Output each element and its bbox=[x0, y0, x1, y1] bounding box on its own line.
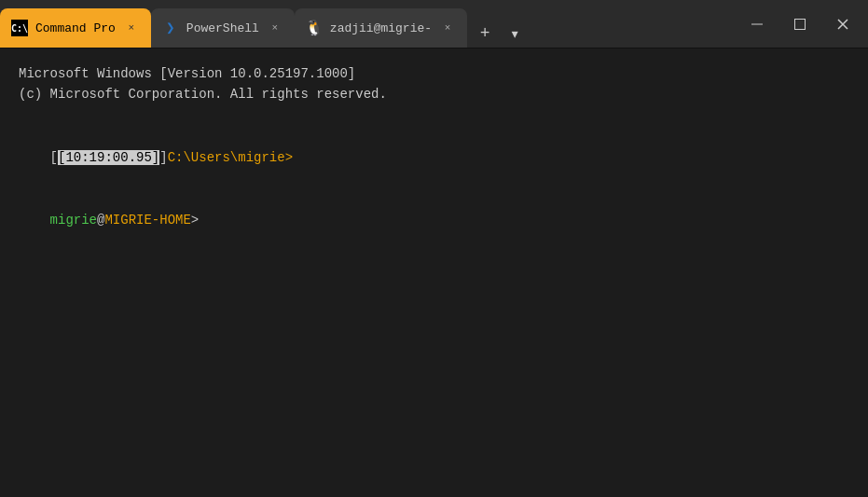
titlebar: C:\ Command Pro × ❯ PowerShell × 🐧 zadji… bbox=[0, 0, 868, 48]
tab-dropdown-button[interactable]: ▾ bbox=[501, 20, 529, 48]
tabs-area: C:\ Command Pro × ❯ PowerShell × 🐧 zadji… bbox=[0, 0, 732, 48]
svg-rect-0 bbox=[751, 23, 763, 24]
close-icon bbox=[837, 19, 848, 30]
terminal-prompt-1: [[10:19:00.95]]C:\Users\migrie> bbox=[19, 126, 849, 188]
prompt-time: [10:19:00.95] bbox=[58, 150, 159, 165]
tab-command-pro-close[interactable]: × bbox=[123, 20, 140, 36]
prompt-path: C:\Users\migrie bbox=[168, 150, 285, 165]
terminal-line-1: Microsoft Windows [Version 10.0.25197.10… bbox=[19, 63, 849, 84]
tab-actions: + ▾ bbox=[467, 20, 532, 48]
terminal-line-2: (c) Microsoft Corporation. All rights re… bbox=[19, 84, 849, 104]
close-button[interactable] bbox=[821, 0, 864, 48]
svg-rect-1 bbox=[795, 19, 806, 29]
terminal-prompt-2: migrie@MIGRIE-HOME> bbox=[19, 188, 849, 251]
tab-command-pro-label: Command Pro bbox=[35, 21, 116, 35]
maximize-icon bbox=[794, 19, 806, 30]
window-controls bbox=[732, 0, 868, 48]
maximize-button[interactable] bbox=[778, 0, 821, 48]
tab-powershell-close[interactable]: × bbox=[267, 20, 283, 36]
terminal-area[interactable]: Microsoft Windows [Version 10.0.25197.10… bbox=[0, 48, 868, 497]
prompt-host: MIGRIE-HOME bbox=[104, 213, 190, 228]
tab-linux-label: zadjii@migrie- bbox=[330, 21, 432, 35]
tab-command-pro[interactable]: C:\ Command Pro × bbox=[0, 8, 151, 48]
tab-powershell-label: PowerShell bbox=[186, 21, 259, 35]
prompt-dollar: > bbox=[191, 213, 199, 228]
tab-linux-close[interactable]: × bbox=[439, 20, 456, 36]
prompt-arrow: > bbox=[285, 150, 293, 165]
bracket-open: [ bbox=[50, 150, 58, 165]
prompt-user: migrie bbox=[50, 213, 97, 228]
linux-icon: 🐧 bbox=[306, 20, 323, 36]
terminal-line-blank bbox=[19, 105, 849, 126]
minimize-button[interactable] bbox=[736, 0, 778, 48]
bracket-close: ] bbox=[159, 150, 167, 165]
tab-linux[interactable]: 🐧 zadjii@migrie- × bbox=[295, 8, 467, 48]
cmd-icon: C:\ bbox=[11, 20, 28, 36]
minimize-icon bbox=[751, 19, 763, 30]
new-tab-button[interactable]: + bbox=[471, 20, 499, 48]
ps-icon: ❯ bbox=[162, 20, 179, 36]
tab-powershell[interactable]: ❯ PowerShell × bbox=[151, 8, 295, 48]
